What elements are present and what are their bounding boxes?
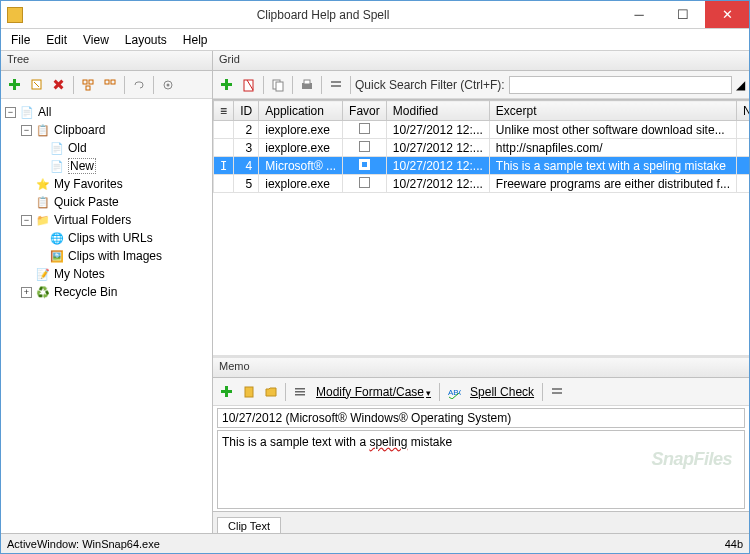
image-icon: 🖼️ [49,248,65,264]
menu-view[interactable]: View [75,31,117,49]
tree-node-new[interactable]: 📄New [3,157,210,175]
col-excerpt[interactable]: Excerpt [489,101,736,121]
tree[interactable]: −📄All −📋Clipboard 📄Old 📄New ⭐My Favorite… [1,99,212,533]
grid[interactable]: ≡ ID Application Favor Modified Excerpt … [213,99,749,355]
svg-rect-28 [552,388,562,390]
tree-delete-button[interactable] [49,75,69,95]
menu-file[interactable]: File [3,31,38,49]
menu-help[interactable]: Help [175,31,216,49]
grid-print-button[interactable] [297,75,317,95]
recycle-icon: ♻️ [35,284,51,300]
grid-copy-button[interactable] [268,75,288,95]
svg-rect-20 [331,85,341,87]
svg-rect-8 [105,80,109,84]
memo-list-button[interactable] [290,382,310,402]
col-id[interactable]: ID [234,101,259,121]
tree-link-button[interactable] [129,75,149,95]
svg-rect-25 [295,391,305,393]
page-icon: 📄 [49,140,65,156]
tree-settings-button[interactable] [158,75,178,95]
svg-rect-26 [295,394,305,396]
menu-edit[interactable]: Edit [38,31,75,49]
grid-panel-title: Grid [213,51,749,71]
tree-add-button[interactable] [5,75,25,95]
grid-options-button[interactable] [326,75,346,95]
tab-cliptext[interactable]: Clip Text [217,517,281,534]
tree-node-old[interactable]: 📄Old [3,139,210,157]
menu-layouts[interactable]: Layouts [117,31,175,49]
page-icon: 📄 [49,158,65,174]
col-application[interactable]: Application [259,101,343,121]
svg-rect-29 [552,392,562,394]
svg-point-11 [167,83,170,86]
status-right: 44b [725,538,743,550]
col-favor[interactable]: Favor [343,101,387,121]
tree-node-vfolders[interactable]: −📁Virtual Folders [3,211,210,229]
tree-expand-button[interactable] [78,75,98,95]
svg-rect-5 [83,80,87,84]
grid-toolbar: Quick Search Filter (Ctrl+F): ◢ [213,71,749,99]
spell-check-button[interactable]: Spell Check [466,385,538,399]
svg-rect-7 [86,86,90,90]
memo-body[interactable]: This is a sample text with a speling mis… [217,430,745,509]
memo-add-button[interactable] [217,382,237,402]
svg-rect-13 [221,83,232,86]
table-row[interactable]: 5iexplore.exe10/27/2012 12:...Freeware p… [214,175,750,193]
spell-icon: ABC [444,382,464,402]
quick-search-input[interactable] [509,76,732,94]
tree-node-clipboard[interactable]: −📋Clipboard [3,121,210,139]
grid-delete-button[interactable] [239,75,259,95]
svg-rect-16 [276,82,283,91]
table-row[interactable]: I4Microsoft® ...10/27/2012 12:...This is… [214,157,750,175]
svg-rect-18 [304,80,310,84]
memo-open-button[interactable] [261,382,281,402]
svg-rect-19 [331,81,341,83]
modify-format-button[interactable]: Modify Format/Case▾ [312,385,435,399]
memo-panel-title: Memo [213,358,749,378]
maximize-button[interactable]: ☐ [661,1,705,28]
svg-text:ABC: ABC [448,388,461,397]
tree-edit-button[interactable] [27,75,47,95]
clipboard-icon: 📋 [35,122,51,138]
spelling-error[interactable]: speling [369,435,407,449]
tree-node-vurls[interactable]: 🌐Clips with URLs [3,229,210,247]
table-row[interactable]: 3iexplore.exe10/27/2012 12:...http://sna… [214,139,750,157]
page-icon: 📄 [19,104,35,120]
table-row[interactable]: 2iexplore.exe10/27/2012 12:...Unlike mos… [214,121,750,139]
tree-panel-title: Tree [1,51,212,71]
memo-paste-button[interactable] [239,382,259,402]
tree-node-vimages[interactable]: 🖼️Clips with Images [3,247,210,265]
svg-rect-24 [295,388,305,390]
svg-rect-6 [89,80,93,84]
minimize-button[interactable]: ─ [617,1,661,28]
col-modified[interactable]: Modified [386,101,489,121]
close-button[interactable]: ✕ [705,1,749,28]
clear-search-button[interactable]: ◢ [736,78,745,92]
paste-icon: 📋 [35,194,51,210]
tree-node-notes[interactable]: 📝My Notes [3,265,210,283]
tree-node-favorites[interactable]: ⭐My Favorites [3,175,210,193]
tree-node-all[interactable]: −📄All [3,103,210,121]
svg-rect-1 [9,83,20,86]
svg-rect-22 [221,390,232,393]
watermark: SnapFiles [651,449,732,470]
folder-icon: 📁 [35,212,51,228]
menubar: File Edit View Layouts Help [1,29,749,51]
tree-toolbar [1,71,212,99]
col-notes[interactable]: Notes [736,101,749,121]
svg-rect-9 [111,80,115,84]
tree-node-recycle[interactable]: +♻️Recycle Bin [3,283,210,301]
quick-search-label: Quick Search Filter (Ctrl+F): [355,78,505,92]
memo-options-button[interactable] [547,382,567,402]
tree-collapse-button[interactable] [100,75,120,95]
svg-rect-23 [245,387,253,397]
globe-icon: 🌐 [49,230,65,246]
note-icon: 📝 [35,266,51,282]
window-title: Clipboard Help and Spell [29,8,617,22]
status-left: ActiveWindow: WinSnap64.exe [7,538,160,550]
memo-title[interactable]: 10/27/2012 (Microsoft® Windows® Operatin… [217,408,745,428]
app-icon [7,7,23,23]
grid-add-button[interactable] [217,75,237,95]
tree-node-quickpaste[interactable]: 📋Quick Paste [3,193,210,211]
col-handle[interactable]: ≡ [214,101,234,121]
